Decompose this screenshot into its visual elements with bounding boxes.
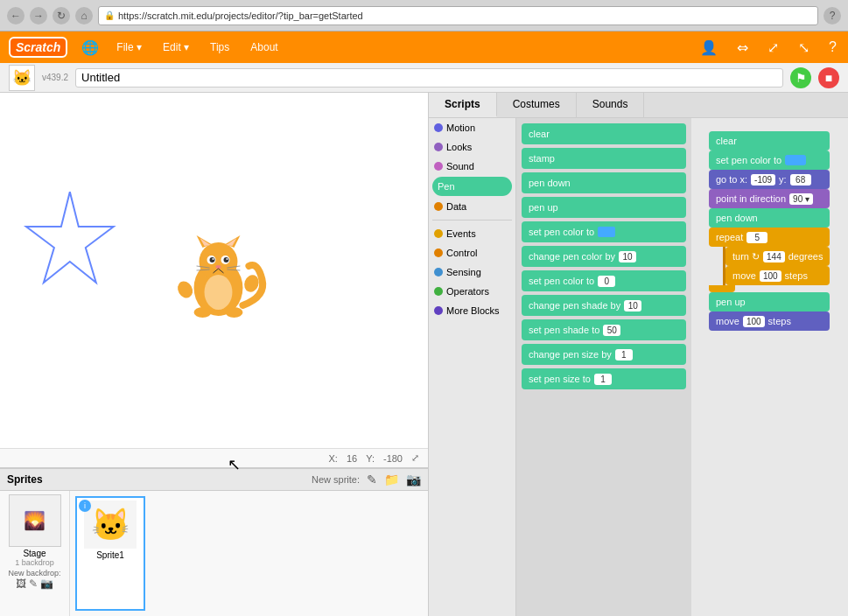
ws-direction-dropdown[interactable]: 90 ▾ [789,193,813,205]
scratch-logo[interactable]: Scratch [9,37,67,58]
folder-backdrop-icon[interactable]: ✎ [29,578,38,590]
sprites-title: Sprites [7,473,305,486]
stage-item[interactable]: 🌄 Stage 1 backdrop New backdrop: 🖼 ✎ 📷 [0,491,70,616]
color-by-input[interactable]: 10 [619,251,636,262]
stop-button[interactable]: ■ [818,67,839,88]
pen-color-num-input[interactable]: 0 [598,276,615,287]
expand-stage-icon[interactable]: ⤢ [411,452,419,464]
ws-x-input[interactable]: -109 [751,174,775,186]
ws-turn-input[interactable]: 144 [763,251,785,262]
category-data[interactable]: Data [429,197,515,216]
ws-move-inner-input[interactable]: 100 [760,270,781,282]
more-blocks-label: More Blocks [446,305,500,316]
list-item[interactable]: i 🐱 Sprite1 [75,496,145,611]
category-pen[interactable]: Pen [432,177,512,196]
ws-block-penup[interactable]: pen up [709,292,830,312]
block-set-pen-size[interactable]: set pen size to 1 [522,368,686,389]
folder-sprite-button[interactable]: 📁 [384,472,399,486]
file-menu[interactable]: File ▾ [113,39,145,55]
camera-sprite-button[interactable]: 📷 [406,472,421,486]
shade-by-input[interactable]: 10 [624,300,641,312]
category-events[interactable]: Events [429,224,515,243]
workspace: clear set pen color to go to x: -109 y: … [691,118,848,616]
category-more-blocks[interactable]: More Blocks [429,301,515,320]
block-clear[interactable]: clear [522,123,686,144]
home-button[interactable]: ⌂ [75,7,93,24]
category-operators[interactable]: Operators [429,282,515,301]
paint-backdrop-icon[interactable]: 🖼 [16,578,26,590]
refresh-button[interactable]: ↻ [53,7,70,24]
block-stamp[interactable]: stamp [522,148,686,169]
ws-y-input[interactable]: 68 [790,174,811,186]
svg-point-9 [210,257,215,262]
expand-icon[interactable]: ⤢ [767,39,779,56]
x-coord-label: X: [329,453,338,464]
ws-repeat-input[interactable]: 5 [746,232,767,243]
back-button[interactable]: ← [7,7,25,24]
repeat-body: turn ↻ 144 degrees move 100 steps [723,247,830,285]
ws-block-turn[interactable]: turn ↻ 144 degrees [725,247,830,266]
person-icon[interactable]: 👤 [700,39,718,56]
category-motion[interactable]: Motion [429,118,515,137]
main-area: X: 16 Y: -180 ⤢ Sprites New sprite: ✎ 📁 … [0,93,848,616]
divider [432,220,512,220]
project-bar: 🐱 v439.2 ⚑ ■ [0,63,848,93]
size-by-input[interactable]: 1 [615,349,633,360]
sprite-info-button[interactable]: i [79,500,91,512]
events-label: Events [446,228,476,239]
block-set-pen-color[interactable]: set pen color to [522,221,686,242]
green-flag-button[interactable]: ⚑ [790,67,811,88]
block-change-pen-size[interactable]: change pen size by 1 [522,344,686,365]
more-blocks-dot [434,306,443,315]
ws-block-direction[interactable]: point in direction 90 ▾ [709,189,830,208]
category-looks[interactable]: Looks [429,137,515,157]
control-label: Control [446,248,477,258]
category-sound[interactable]: Sound [429,157,515,176]
ws-block-move-inner[interactable]: move 100 steps [725,266,830,285]
repeat-container: repeat 5 turn ↻ 144 degrees move 100 ste… [709,228,830,292]
sensing-label: Sensing [446,267,481,277]
size-to-input[interactable]: 1 [594,374,612,385]
ws-block-move[interactable]: move 100 steps [709,312,830,331]
repeat-end [709,285,735,292]
tab-costumes[interactable]: Costumes [497,93,577,117]
paint-sprite-button[interactable]: ✎ [367,472,377,486]
forward-button[interactable]: → [30,7,47,24]
block-change-pen-color[interactable]: change pen color by 10 [522,246,686,267]
project-name-input[interactable] [75,68,783,88]
ws-color-box[interactable] [785,155,806,165]
ws-block-clear[interactable]: clear [709,131,830,150]
ws-block-goto[interactable]: go to x: -109 y: 68 [709,170,830,189]
help-circle-icon[interactable]: ? [829,39,837,55]
events-dot [434,229,443,238]
block-set-pen-color-num[interactable]: set pen color to 0 [522,270,686,291]
globe-icon[interactable]: 🌐 [81,39,99,56]
block-set-pen-shade[interactable]: set pen shade to 50 [522,319,686,340]
category-control[interactable]: Control [429,243,515,262]
category-sensing[interactable]: Sensing [429,262,515,282]
tips-menu[interactable]: Tips [207,39,233,55]
ws-block-pendown[interactable]: pen down [709,208,830,228]
camera-backdrop-icon[interactable]: 📷 [40,578,53,590]
color-input[interactable] [598,227,615,237]
tab-scripts[interactable]: Scripts [429,93,497,117]
edit-menu[interactable]: Edit ▾ [159,39,193,55]
block-change-pen-shade[interactable]: change pen shade by 10 [522,295,686,316]
ws-block-repeat[interactable]: repeat 5 [709,228,830,247]
ws-block-set-color[interactable]: set pen color to [709,150,830,170]
expand2-icon[interactable]: ⤡ [798,39,809,56]
sprite1-thumbnail: 🐱 [84,500,137,549]
shade-to-input[interactable]: 50 [603,325,620,336]
address-bar[interactable]: 🔒 https://scratch.mit.edu/projects/edito… [98,6,818,25]
block-pen-down[interactable]: pen down [522,172,686,193]
help-button[interactable]: ? [823,7,841,24]
transfer-icon[interactable]: ⇔ [737,39,748,56]
sprites-list: i 🐱 Sprite1 [70,491,151,616]
about-menu[interactable]: About [247,39,281,55]
block-pen-up[interactable]: pen up [522,197,686,218]
y-coord-label: Y: [366,453,375,464]
categories-panel: Motion Looks Sound Pen Data [429,118,516,616]
ws-move-input[interactable]: 100 [743,316,765,327]
new-sprite-label: New sprite: [312,474,360,485]
tab-sounds[interactable]: Sounds [577,93,645,117]
